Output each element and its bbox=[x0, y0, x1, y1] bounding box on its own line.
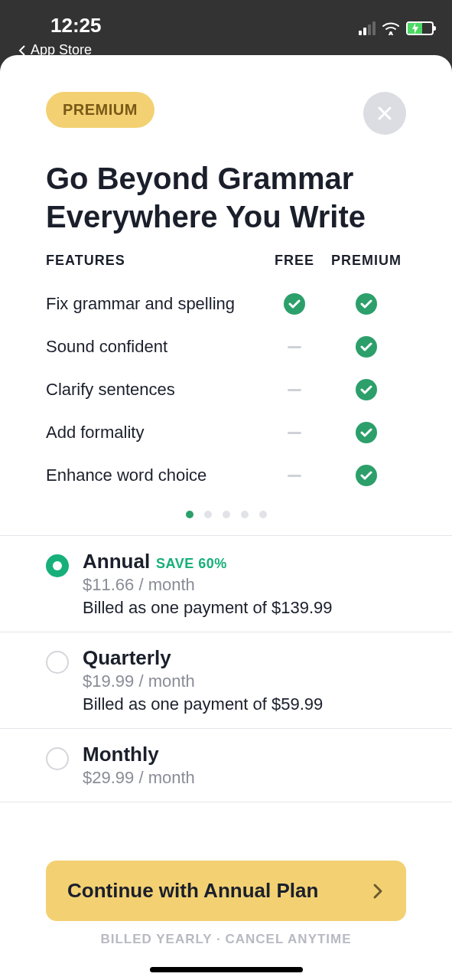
feature-list: Fix grammar and spellingSound confidentC… bbox=[0, 283, 452, 497]
status-bar: 12:25 App Store bbox=[0, 0, 452, 55]
plan-price: $11.66 / month bbox=[83, 575, 406, 595]
dash-icon bbox=[288, 432, 301, 434]
plan-save-badge: SAVE 60% bbox=[156, 556, 227, 571]
page-headline: Go Beyond Grammar Everywhere You Write bbox=[0, 135, 452, 253]
plan-price: $29.99 / month bbox=[83, 768, 406, 788]
checkmark-icon bbox=[360, 385, 372, 394]
feature-label: Sound confident bbox=[46, 337, 262, 357]
plan-title: Quarterly bbox=[83, 646, 171, 669]
checkmark-icon bbox=[360, 342, 372, 351]
feature-row: Add formality bbox=[0, 411, 452, 454]
cell-signal-icon bbox=[359, 21, 376, 35]
home-indicator[interactable] bbox=[150, 967, 303, 972]
plan-option-annual[interactable]: AnnualSAVE 60%$11.66 / monthBilled as on… bbox=[0, 536, 452, 632]
plan-billing: Billed as one payment of $139.99 bbox=[83, 598, 406, 618]
check-icon bbox=[356, 465, 377, 486]
column-premium: PREMIUM bbox=[327, 253, 406, 269]
plan-title: Annual bbox=[83, 550, 150, 573]
check-icon bbox=[356, 422, 377, 443]
page-dot[interactable] bbox=[223, 511, 230, 518]
close-icon bbox=[376, 104, 394, 122]
page-indicator[interactable] bbox=[0, 511, 452, 518]
column-features: FEATURES bbox=[46, 253, 262, 269]
checkmark-icon bbox=[360, 428, 372, 437]
status-time: 12:25 bbox=[50, 14, 102, 38]
check-icon bbox=[356, 293, 377, 315]
feature-row: Sound confident bbox=[0, 325, 452, 368]
plan-list: AnnualSAVE 60%$11.66 / monthBilled as on… bbox=[0, 535, 452, 802]
battery-icon bbox=[406, 21, 434, 35]
feature-label: Clarify sentences bbox=[46, 380, 262, 400]
chevron-right-icon bbox=[371, 882, 385, 900]
feature-row: Enhance word choice bbox=[0, 454, 452, 497]
plan-option-quarterly[interactable]: Quarterly$19.99 / monthBilled as one pay… bbox=[0, 632, 452, 729]
paywall-sheet: PREMIUM Go Beyond Grammar Everywhere You… bbox=[0, 55, 452, 980]
feature-table-header: FEATURES FREE PREMIUM bbox=[0, 253, 452, 269]
svg-point-0 bbox=[389, 31, 392, 34]
feature-label: Add formality bbox=[46, 423, 262, 443]
plan-billing: Billed as one payment of $59.99 bbox=[83, 694, 406, 714]
radio-monthly[interactable] bbox=[46, 747, 69, 770]
page-dot[interactable] bbox=[204, 511, 212, 518]
feature-row: Clarify sentences bbox=[0, 368, 452, 411]
check-icon bbox=[356, 379, 377, 400]
feature-row: Fix grammar and spelling bbox=[0, 283, 452, 325]
continue-button[interactable]: Continue with Annual Plan bbox=[46, 861, 406, 921]
plan-option-monthly[interactable]: Monthly$29.99 / month bbox=[0, 729, 452, 802]
charging-bolt-icon bbox=[411, 23, 419, 34]
dash-icon bbox=[288, 389, 301, 391]
radio-quarterly[interactable] bbox=[46, 651, 69, 674]
check-icon bbox=[356, 336, 377, 358]
feature-label: Fix grammar and spelling bbox=[46, 294, 262, 314]
page-dot[interactable] bbox=[241, 511, 249, 518]
plan-title: Monthly bbox=[83, 743, 159, 766]
column-free: FREE bbox=[262, 253, 327, 269]
page-dot[interactable] bbox=[259, 511, 267, 518]
close-button[interactable] bbox=[363, 92, 406, 135]
checkmark-icon bbox=[360, 299, 372, 309]
plan-price: $19.99 / month bbox=[83, 671, 406, 691]
wifi-icon bbox=[382, 21, 400, 35]
dash-icon bbox=[288, 346, 301, 348]
radio-annual[interactable] bbox=[46, 554, 69, 577]
page-dot[interactable] bbox=[186, 511, 193, 518]
premium-badge: PREMIUM bbox=[46, 92, 154, 128]
check-icon bbox=[284, 293, 305, 315]
continue-button-label: Continue with Annual Plan bbox=[67, 879, 318, 903]
checkmark-icon bbox=[288, 299, 301, 309]
feature-label: Enhance word choice bbox=[46, 466, 262, 485]
dash-icon bbox=[288, 475, 301, 477]
billing-footer: BILLED YEARLY · CANCEL ANYTIME bbox=[46, 932, 406, 947]
checkmark-icon bbox=[360, 471, 372, 480]
